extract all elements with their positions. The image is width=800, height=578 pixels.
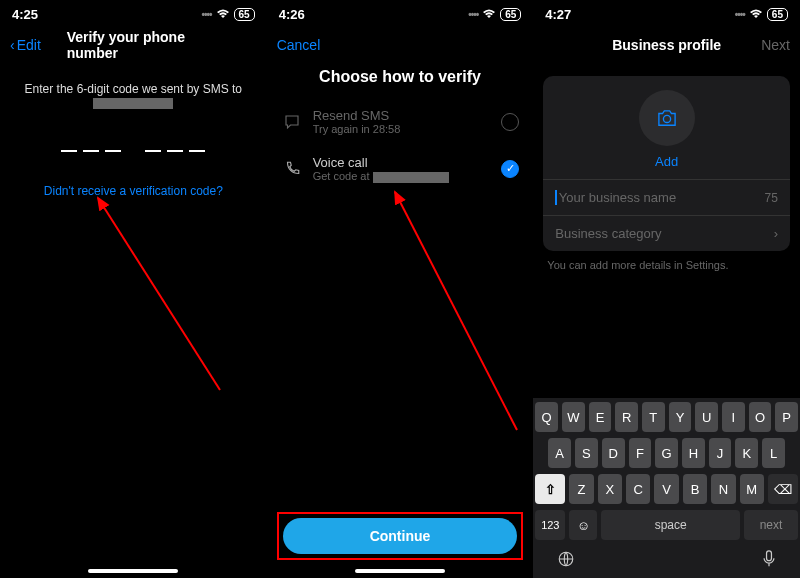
shift-key[interactable]: ⇧ — [535, 474, 565, 504]
backspace-key[interactable]: ⌫ — [768, 474, 798, 504]
key-x[interactable]: X — [598, 474, 622, 504]
key-f[interactable]: F — [629, 438, 652, 468]
key-d[interactable]: D — [602, 438, 625, 468]
text-cursor — [555, 190, 557, 205]
svg-line-1 — [395, 192, 517, 430]
mic-key[interactable] — [762, 550, 776, 568]
annotation-arrow — [70, 180, 230, 400]
key-u[interactable]: U — [695, 402, 718, 432]
globe-key[interactable] — [557, 550, 575, 568]
key-w[interactable]: W — [562, 402, 585, 432]
key-o[interactable]: O — [749, 402, 772, 432]
key-p[interactable]: P — [775, 402, 798, 432]
svg-rect-4 — [767, 551, 772, 561]
screen-verify-code: 4:25 •••• 65 ‹ Edit Verify your phone nu… — [0, 0, 267, 578]
no-code-link[interactable]: Didn't receive a verification code? — [0, 184, 267, 198]
keyboard: QWERTYUIOP ASDFGHJKL ⇧ ZXCVBNM ⌫ 123 ☺ s… — [533, 398, 800, 578]
key-l[interactable]: L — [762, 438, 785, 468]
add-photo-link[interactable]: Add — [655, 154, 678, 169]
next-button[interactable]: Next — [761, 37, 790, 53]
placeholder: Your business name — [559, 190, 765, 205]
profile-card: Add Your business name 75 Business categ… — [543, 76, 790, 251]
key-k[interactable]: K — [735, 438, 758, 468]
battery-icon: 65 — [234, 8, 255, 21]
key-c[interactable]: C — [626, 474, 650, 504]
signal-icon: •••• — [468, 9, 478, 20]
numbers-key[interactable]: 123 — [535, 510, 565, 540]
option-title: Voice call — [313, 155, 492, 170]
clock: 4:26 — [279, 7, 305, 22]
code-input[interactable] — [0, 140, 267, 152]
annotation-arrow — [347, 180, 527, 440]
nav-bar: ‹ Edit Verify your phone number — [0, 28, 267, 62]
wifi-icon — [749, 9, 763, 19]
page-title: Verify your phone number — [67, 29, 200, 61]
page-title: Business profile — [612, 37, 721, 53]
business-category-row[interactable]: Business category › — [543, 215, 790, 251]
key-i[interactable]: I — [722, 402, 745, 432]
avatar-upload[interactable] — [639, 90, 695, 146]
nav-bar: Cancel — [267, 28, 534, 62]
key-r[interactable]: R — [615, 402, 638, 432]
redacted-phone — [373, 172, 449, 183]
edit-button[interactable]: ‹ Edit — [10, 37, 41, 53]
char-counter: 75 — [765, 191, 778, 205]
next-key[interactable]: next — [744, 510, 798, 540]
business-name-input[interactable]: Your business name 75 — [543, 179, 790, 215]
camera-icon — [656, 109, 678, 127]
key-m[interactable]: M — [740, 474, 764, 504]
clock: 4:25 — [12, 7, 38, 22]
page-title: Choose how to verify — [267, 68, 534, 86]
annotation-highlight: Continue — [277, 512, 524, 560]
status-bar: 4:25 •••• 65 — [0, 0, 267, 28]
key-h[interactable]: H — [682, 438, 705, 468]
home-indicator — [355, 569, 445, 573]
chevron-left-icon: ‹ — [10, 37, 15, 53]
key-e[interactable]: E — [589, 402, 612, 432]
radio-selected: ✓ — [501, 160, 519, 178]
svg-point-2 — [663, 115, 670, 122]
cancel-button[interactable]: Cancel — [277, 37, 321, 53]
phone-icon — [281, 160, 303, 178]
key-v[interactable]: V — [654, 474, 678, 504]
instruction-text: Enter the 6-digit code we sent by SMS to — [0, 82, 267, 110]
status-bar: 4:26 •••• 65 — [267, 0, 534, 28]
emoji-key[interactable]: ☺ — [569, 510, 597, 540]
signal-icon: •••• — [202, 9, 212, 20]
signal-icon: •••• — [735, 9, 745, 20]
key-g[interactable]: G — [655, 438, 678, 468]
hint-text: You can add more details in Settings. — [547, 259, 786, 271]
screen-business-profile: 4:27 •••• 65 Business profile Next Add Y… — [533, 0, 800, 578]
continue-button[interactable]: Continue — [283, 518, 518, 554]
option-title: Resend SMS — [313, 108, 492, 123]
svg-line-0 — [98, 198, 220, 390]
sms-icon — [281, 113, 303, 131]
wifi-icon — [216, 9, 230, 19]
battery-icon: 65 — [500, 8, 521, 21]
label: Business category — [555, 226, 773, 241]
screen-choose-verify: 4:26 •••• 65 Cancel Choose how to verify… — [267, 0, 534, 578]
key-y[interactable]: Y — [669, 402, 692, 432]
option-subtitle: Get code at — [313, 170, 492, 183]
key-b[interactable]: B — [683, 474, 707, 504]
redacted-phone — [93, 98, 173, 109]
key-n[interactable]: N — [711, 474, 735, 504]
clock: 4:27 — [545, 7, 571, 22]
option-subtitle: Try again in 28:58 — [313, 123, 492, 135]
key-t[interactable]: T — [642, 402, 665, 432]
chevron-right-icon: › — [774, 226, 778, 241]
option-resend-sms: Resend SMS Try again in 28:58 — [267, 98, 534, 145]
nav-bar: Business profile Next — [533, 28, 800, 62]
wifi-icon — [482, 9, 496, 19]
status-bar: 4:27 •••• 65 — [533, 0, 800, 28]
key-z[interactable]: Z — [569, 474, 593, 504]
key-s[interactable]: S — [575, 438, 598, 468]
radio-unselected — [501, 113, 519, 131]
space-key[interactable]: space — [601, 510, 740, 540]
home-indicator — [88, 569, 178, 573]
key-a[interactable]: A — [548, 438, 571, 468]
key-j[interactable]: J — [709, 438, 732, 468]
option-voice-call[interactable]: Voice call Get code at ✓ — [267, 145, 534, 193]
battery-icon: 65 — [767, 8, 788, 21]
key-q[interactable]: Q — [535, 402, 558, 432]
